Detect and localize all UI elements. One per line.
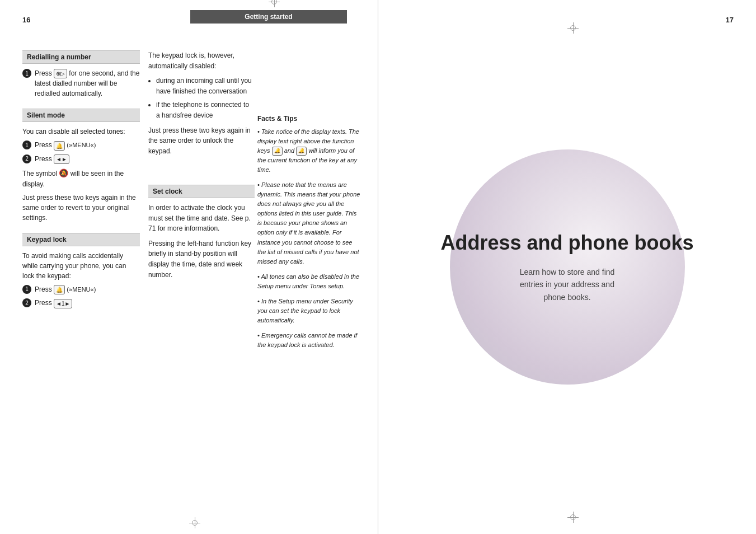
silent-step-1: 1 Press 🔔 (»MENU«)	[22, 140, 140, 150]
page-right: 17 Address and phone books Learn how to …	[378, 0, 756, 534]
keypad-lock-header: Keypad lock	[22, 233, 140, 246]
chapter-header: Getting started	[190, 10, 347, 24]
silent-mode-intro: You can disable all selected tones:	[22, 127, 140, 137]
redialling-header: Redialling a number	[22, 50, 140, 64]
facts-bullet-2: • Please note that the menus are dynamic…	[257, 180, 361, 266]
left-column: Redialling a number 1 Press ⊕▷ for one s…	[22, 50, 140, 318]
facts-bullet-3: • All tones can also be disabled in the …	[257, 272, 361, 291]
keypad-body-text: The keypad lock is, however, automatical…	[148, 50, 255, 156]
silent-mode-section: Silent mode You can disable all selected…	[22, 109, 140, 223]
silent-revert-note: Just press these two keys again in the s…	[22, 193, 140, 223]
silent-symbol-note: The symbol 🔕 will be seen in the display…	[22, 167, 140, 189]
silent-mode-header: Silent mode	[22, 109, 140, 122]
redialling-section: Redialling a number 1 Press ⊕▷ for one s…	[22, 50, 140, 99]
menu-key-icon: ⊕▷	[54, 69, 67, 78]
set-clock-text-2: Pressing the left-hand function key brie…	[148, 238, 255, 280]
redialling-step-1-content: Press ⊕▷ for one second, and the latest …	[35, 68, 140, 99]
address-book-subtitle: Learn how to store and find entries in y…	[520, 266, 615, 303]
subtitle-line-3: phone books.	[543, 293, 590, 302]
facts-bullet-5: • Emergency calls cannot be made if the …	[257, 331, 361, 350]
hash-key-icon: ◄1►	[54, 299, 72, 308]
keypad-step-2-content: Press ◄1►	[35, 298, 72, 308]
step-number-1: 1	[22, 69, 31, 78]
step-number-1c: 1	[22, 285, 31, 294]
subtitle-line-1: Learn how to store and find	[520, 268, 615, 277]
silent-step-2: 2 Press ◄►	[22, 154, 140, 164]
step-number-2c: 2	[22, 298, 31, 307]
set-clock-section: Set clock In order to activate the clock…	[148, 185, 255, 280]
chapter-header-text: Getting started	[245, 13, 292, 21]
silent-step-2-content: Press ◄►	[35, 154, 69, 164]
keypad-unlock-note: Just press these two keys again in the s…	[148, 125, 255, 157]
facts-tips-body: • Take notice of the display texts. The …	[257, 127, 361, 350]
set-clock-text-1: In order to activate the clock you must …	[148, 203, 255, 234]
step-number-2b: 2	[22, 154, 31, 163]
menu-key-1-icon: 🔔	[54, 141, 65, 151]
page-left: 16 Redialling a number 1 Press ⊕▷ for on…	[0, 0, 378, 534]
keypad-bullet-1: during an incoming call until you have f…	[156, 76, 255, 96]
page-number-right: 17	[726, 16, 734, 24]
facts-tips-header: Facts & Tips	[257, 115, 361, 123]
step-number-1b: 1	[22, 140, 31, 149]
keypad-lock-section: Keypad lock To avoid making calls accide…	[22, 233, 140, 308]
keypad-step-1: 1 Press 🔔 (»MENU«)	[22, 284, 140, 294]
facts-bullet-1: • Take notice of the display texts. The …	[257, 127, 361, 175]
keypad-lock-intro: To avoid making calls accidentally while…	[22, 251, 140, 281]
chapter-header-area: Getting started	[190, 10, 347, 24]
facts-tips-section: Facts & Tips • Take notice of the displa…	[257, 115, 361, 355]
silent-step-1-content: Press 🔔 (»MENU«)	[35, 140, 96, 150]
keypad-step-1-content: Press 🔔 (»MENU«)	[35, 284, 96, 294]
address-book-title: Address and phone books	[440, 231, 693, 255]
facts-bullet-4: • In the Setup menu under Security you c…	[257, 297, 361, 325]
keypad-disabled-intro: The keypad lock is, however, automatical…	[148, 50, 255, 71]
set-clock-header: Set clock	[148, 185, 255, 198]
bell-key-icon: 🔔	[54, 285, 65, 294]
keypad-bullets: during an incoming call until you have f…	[156, 76, 255, 120]
page-number-left: 16	[22, 16, 30, 24]
keypad-step-2: 2 Press ◄1►	[22, 298, 140, 308]
keypad-bullet-2: if the telephone is connected to a hands…	[156, 100, 255, 120]
subtitle-line-2: entries in your address and	[520, 280, 614, 289]
redialling-step-1: 1 Press ⊕▷ for one second, and the lates…	[22, 68, 140, 99]
nav-key-icon: ◄►	[54, 154, 69, 164]
